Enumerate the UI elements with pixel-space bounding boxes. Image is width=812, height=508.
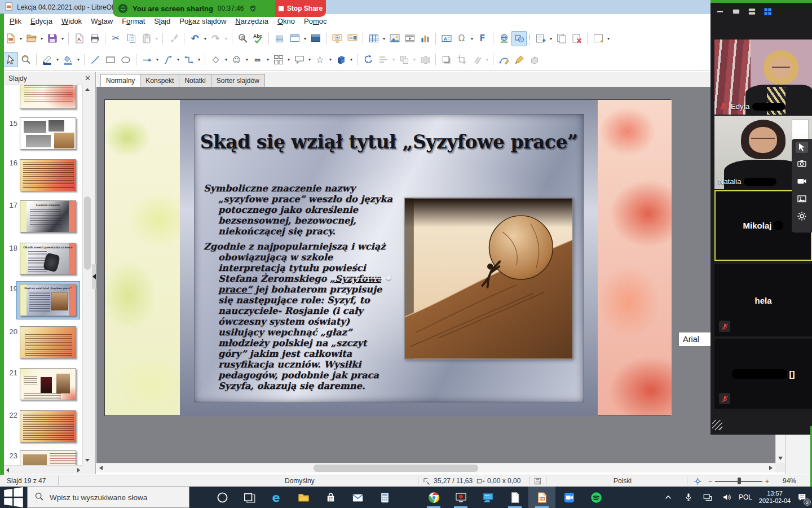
lines-arrows-button[interactable] <box>139 52 155 67</box>
fit-slide-icon[interactable] <box>694 477 702 485</box>
display-views-dropdown[interactable]: ▾ <box>302 36 308 41</box>
insert-textbox-button[interactable]: A <box>439 31 454 46</box>
redo-dropdown[interactable]: ▾ <box>223 36 229 41</box>
stars-button[interactable]: ☆ <box>312 52 328 67</box>
menu-widok[interactable]: Widok <box>57 15 86 27</box>
new-slide-button[interactable] <box>533 31 548 46</box>
slide-thumbnail-23[interactable] <box>20 450 76 465</box>
scroll-left-icon[interactable] <box>99 466 103 470</box>
to-3d-button[interactable] <box>527 52 542 67</box>
video-camera-icon[interactable] <box>795 174 809 188</box>
pin-cursor-icon[interactable] <box>796 142 808 153</box>
speaker-view-icon[interactable] <box>731 6 741 16</box>
close-panel-icon[interactable]: ✕ <box>85 74 91 82</box>
align-button[interactable] <box>376 52 391 67</box>
panel-horizontal-scrollbar[interactable] <box>4 465 82 474</box>
block-arrows-button[interactable]: ⇔ <box>250 52 265 67</box>
taskbar-remote-desktop-icon[interactable] <box>474 487 501 508</box>
3d-objects-dropdown[interactable]: ▾ <box>348 57 354 62</box>
zoom-slider-thumb[interactable] <box>738 478 741 484</box>
panel-vertical-scrollbar[interactable] <box>82 85 91 465</box>
select-button[interactable] <box>3 52 18 67</box>
taskbar-store-icon[interactable] <box>317 487 344 508</box>
arrange-dropdown[interactable]: ▾ <box>412 57 417 62</box>
print-button[interactable] <box>87 31 102 46</box>
tab-konspekt[interactable]: Konspekt <box>140 74 179 87</box>
taskbar-zoom-app-icon[interactable] <box>555 487 582 508</box>
taskbar-spotify-icon[interactable] <box>582 487 610 508</box>
slide-thumbnail-21[interactable] <box>20 368 76 400</box>
stop-share-button[interactable]: Stop Share <box>275 0 326 17</box>
scroll-right-icon[interactable] <box>769 466 773 470</box>
status-template[interactable]: Domyślny <box>285 477 315 485</box>
participant-tile-edyta[interactable]: Edyta <box>714 40 812 115</box>
special-character-button[interactable]: Ω <box>454 31 469 46</box>
gallery-view-icon[interactable] <box>747 6 757 16</box>
tray-microphone-icon[interactable] <box>681 487 696 508</box>
status-language[interactable]: Polski <box>614 477 632 485</box>
taskbar-mail-icon[interactable] <box>344 487 371 508</box>
start-button[interactable] <box>0 487 27 508</box>
image-filter-button[interactable] <box>469 52 484 67</box>
menu-plik[interactable]: Plik <box>5 15 26 27</box>
open-dropdown[interactable]: ▾ <box>39 36 45 41</box>
redo-button[interactable]: ↷ <box>208 31 223 46</box>
block-arrows-dropdown[interactable]: ▾ <box>265 57 271 62</box>
show-draw-functions-button[interactable] <box>511 31 527 46</box>
slide-canvas[interactable]: Skąd się wziął tytuł „Syzyfowe prace” Sy… <box>104 99 671 416</box>
basic-shapes-dropdown[interactable]: ▾ <box>223 57 229 62</box>
tray-clock[interactable]: 13:57 2021-02-04 <box>754 487 795 508</box>
slide-thumbnail-16[interactable] <box>20 159 76 191</box>
fill-color-button[interactable] <box>60 52 76 67</box>
symbol-shapes-button[interactable]: ☺ <box>229 52 244 67</box>
cut-button[interactable]: ✂ <box>108 31 123 46</box>
tray-chevron-icon[interactable] <box>661 487 676 508</box>
start-presentation-button[interactable] <box>329 31 345 46</box>
find-replace-button[interactable]: @ <box>235 31 250 46</box>
tray-volume-icon[interactable] <box>718 487 735 508</box>
taskbar-search[interactable]: Wpisz tu wyszukiwane słowa <box>27 487 189 508</box>
taskbar-task-view-icon[interactable] <box>236 487 263 508</box>
shadow-button[interactable] <box>439 52 454 67</box>
basic-shapes-button[interactable]: ◇ <box>208 52 223 67</box>
gear-icon[interactable] <box>795 209 809 223</box>
panel-resize-handle[interactable] <box>712 420 722 430</box>
arrange-button[interactable] <box>396 52 412 67</box>
fill-color-dropdown[interactable]: ▾ <box>76 57 81 62</box>
taskbar-chrome-icon[interactable] <box>420 487 447 508</box>
distribute-button[interactable] <box>417 52 433 67</box>
taskbar-impress-icon[interactable] <box>528 487 555 508</box>
undo-button[interactable]: ↶ <box>187 31 202 46</box>
tray-language[interactable]: POL <box>736 487 754 508</box>
menu-edycja[interactable]: Edycja <box>26 15 57 27</box>
camera-icon[interactable] <box>795 157 809 170</box>
status-zoom-level[interactable]: 94% <box>783 477 796 485</box>
insert-media-button[interactable] <box>402 31 417 46</box>
zoom-tool-button[interactable] <box>18 52 33 67</box>
undo-dropdown[interactable]: ▾ <box>202 36 208 41</box>
grid-view-icon[interactable] <box>762 6 773 16</box>
taskbar-screen-recorder-icon[interactable] <box>447 487 474 508</box>
tab-normalny[interactable]: Normalny <box>100 74 140 87</box>
taskbar-file-explorer-icon[interactable] <box>290 487 317 508</box>
save-button[interactable] <box>45 31 60 46</box>
spelling-button[interactable]: Abc <box>250 31 266 46</box>
slide-properties-button[interactable] <box>590 31 606 46</box>
unsaved-changes-icon[interactable] <box>533 477 542 485</box>
display-grid-button[interactable]: ▦ <box>272 31 287 46</box>
master-slide-button[interactable] <box>308 31 323 46</box>
copy-button[interactable] <box>123 31 139 46</box>
slide-thumbnail-20[interactable] <box>20 326 76 358</box>
export-pdf-button[interactable]: A <box>72 31 87 46</box>
callouts-button[interactable] <box>292 52 307 67</box>
line-color-button[interactable] <box>39 52 55 67</box>
fontwork-button[interactable]: F <box>475 31 490 46</box>
flowchart-button[interactable] <box>271 52 286 67</box>
slide-thumbnail-17[interactable]: Geneza utworu <box>20 200 76 233</box>
display-views-button[interactable] <box>287 31 302 46</box>
insert-image-button[interactable] <box>387 31 402 46</box>
taskbar-cortana-icon[interactable] <box>209 487 236 508</box>
symbol-shapes-dropdown[interactable]: ▾ <box>244 57 250 62</box>
scroll-down-icon[interactable] <box>85 459 90 462</box>
delete-slide-button[interactable] <box>569 31 584 46</box>
